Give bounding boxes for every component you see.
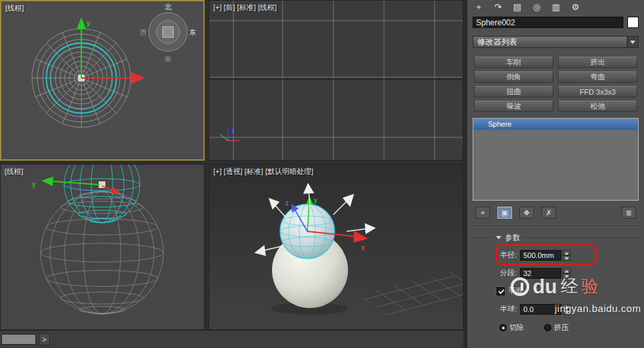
modifier-button-grid: 车削 挤出 倒角 弯曲 扭曲 FFD 3x3x3 噪波 松弛 (474, 57, 637, 112)
move-gizmo[interactable]: y (77, 17, 145, 84)
modifier-button-noise[interactable]: 噪波 (474, 101, 553, 112)
make-unique-icon[interactable]: ❖ (519, 207, 534, 219)
viewport-top-canvas[interactable]: y 北 东 南 西 (1, 1, 203, 159)
show-end-result-icon[interactable]: ▣ (497, 207, 512, 219)
rollout-collapse-icon[interactable] (496, 236, 501, 239)
viewcube-compass[interactable]: 北 东 南 西 (140, 3, 196, 63)
axis-y-label: y (314, 197, 317, 204)
viewport-top-label[interactable]: [线框] (5, 3, 24, 13)
chevron-down-icon[interactable] (627, 37, 638, 47)
viewport-left[interactable]: [线框] (0, 164, 205, 330)
modifier-button-bevel[interactable]: 倒角 (474, 71, 553, 83)
smooth-checkbox[interactable] (497, 287, 505, 295)
modifier-button-lathe[interactable]: 车削 (474, 57, 553, 68)
smooth-label: 平滑 (508, 286, 523, 296)
squash-radio-icon[interactable] (544, 324, 551, 331)
squash-label: 挤压 (554, 323, 569, 333)
segments-parameter-row: 分段: 32 (485, 267, 639, 279)
stack-item-sphere[interactable]: Sphere (473, 119, 638, 130)
modifier-list-dropdown[interactable]: 修改器列表 (473, 36, 639, 48)
hemisphere-spinner[interactable] (563, 304, 571, 315)
radius-parameter-row: 半径: 500.0mm (485, 249, 639, 261)
hemisphere-mode-row: 切除 挤压 (499, 323, 639, 333)
hemisphere-label: 半球: (485, 304, 517, 314)
smooth-parameter-row: 平滑 (497, 285, 639, 297)
viewport-left-canvas[interactable]: y (1, 165, 204, 329)
3dsmax-window: [线框] (0, 0, 644, 348)
axis-y-label: y (87, 19, 91, 27)
world-axis-tripod: z (220, 127, 239, 141)
axis-z-label: z (231, 127, 235, 134)
wireframe-sphere-selected (64, 165, 140, 223)
segments-spinner[interactable] (563, 268, 571, 279)
tab-display-icon[interactable]: ▥ (550, 2, 562, 12)
listener-expand-button[interactable]: > (39, 333, 50, 345)
modifier-stack[interactable]: Sphere (473, 118, 639, 201)
chop-radio-icon[interactable] (499, 324, 507, 331)
viewport-left-label[interactable]: [线框] (5, 167, 23, 177)
panel-divider (470, 226, 641, 227)
compass-south-label: 南 (165, 55, 171, 63)
parameters-rollout-header[interactable]: 参数 (473, 233, 639, 243)
tab-create-icon[interactable]: + (473, 2, 485, 12)
modifier-button-extrude[interactable]: 挤出 (558, 57, 637, 68)
viewport-perspective[interactable]: [+] [透视] [标准] [默认明暗处理] (209, 164, 463, 330)
modifier-button-ffd[interactable]: FFD 3x3x3 (558, 86, 637, 97)
radius-highlight-annotation (495, 244, 597, 265)
command-panel-tabs: + ↷ ▤ ◎ ▥ ⚙ (467, 0, 644, 12)
axis-x-label: x (361, 244, 365, 251)
pin-stack-icon[interactable]: ⌖ (475, 207, 490, 219)
tab-utilities-icon[interactable]: ⚙ (569, 2, 581, 12)
viewport-front-canvas[interactable]: z (209, 1, 463, 160)
front-grid-origin-line (209, 78, 463, 80)
rollout-title: 参数 (505, 233, 520, 243)
axis-z-label: z (285, 199, 289, 207)
modifier-stack-toolbar: ⌖ ▣ ❖ ✗ ≣ (475, 207, 636, 219)
hemisphere-parameter-row: 半球: 0.0 (485, 303, 639, 315)
tab-hierarchy-icon[interactable]: ▤ (511, 2, 523, 12)
modifier-button-twist[interactable]: 扭曲 (474, 86, 553, 97)
compass-west-label: 西 (140, 29, 147, 36)
segments-label: 分段: (485, 268, 517, 278)
viewport-front[interactable]: [+] [前] [标准] [线框] z (209, 0, 463, 161)
configure-modifier-sets-icon[interactable]: ≣ (621, 207, 636, 219)
chop-label: 切除 (509, 323, 524, 333)
status-bar: > (0, 330, 463, 348)
modifier-button-bend[interactable]: 弯曲 (558, 71, 637, 83)
modifier-list-label: 修改器列表 (473, 37, 627, 48)
object-color-swatch[interactable] (627, 17, 639, 28)
segments-field[interactable]: 32 (520, 268, 561, 279)
object-name-field[interactable] (473, 17, 623, 28)
remove-modifier-icon[interactable]: ✗ (541, 207, 556, 219)
modifier-button-relax[interactable]: 松弛 (558, 101, 637, 112)
command-panel: + ↷ ▤ ◎ ▥ ⚙ 修改器列表 车削 挤出 倒角 弯曲 扭曲 FFD 3x3… (467, 0, 644, 348)
viewport-front-label[interactable]: [+] [前] [标准] [线框] (213, 3, 277, 13)
squash-radio-option[interactable]: 挤压 (544, 323, 569, 333)
tab-modify-icon[interactable]: ↷ (492, 2, 504, 12)
chop-radio-option[interactable]: 切除 (499, 323, 524, 333)
tab-motion-icon[interactable]: ◎ (531, 2, 543, 12)
hemisphere-field[interactable]: 0.0 (520, 304, 561, 315)
compass-east-label: 东 (189, 29, 196, 36)
viewport-perspective-label[interactable]: [+] [透视] [标准] [默认明暗处理] (213, 167, 313, 177)
radius-spinner[interactable] (563, 250, 571, 261)
wireframe-sphere-large (41, 191, 163, 314)
compass-north-label: 北 (165, 3, 172, 11)
viewport-perspective-canvas[interactable]: y z x (209, 165, 463, 329)
maxscript-mini-listener[interactable] (1, 334, 36, 345)
viewport-top[interactable]: [线框] (0, 0, 205, 161)
front-grid (209, 1, 463, 160)
axis-y-label: y (32, 180, 36, 188)
